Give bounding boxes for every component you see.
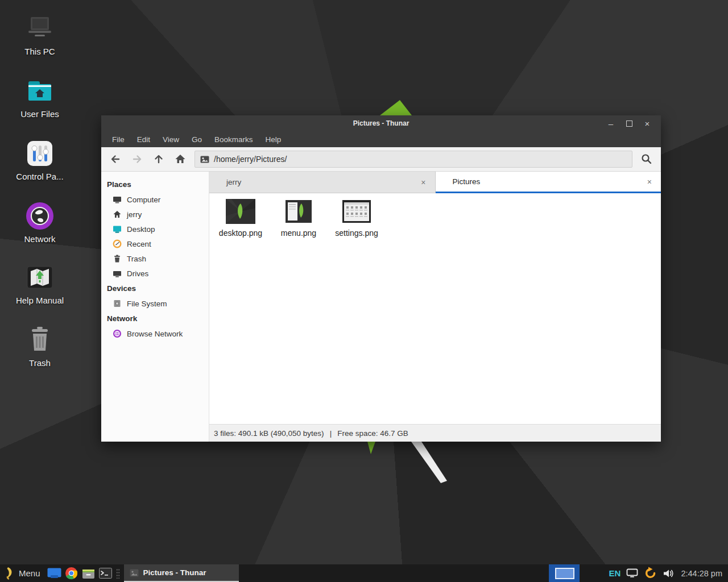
sidebar-item-label: Browse Network: [127, 330, 183, 338]
sidebar-item-label: File System: [127, 300, 167, 308]
file-name: desktop.png: [219, 228, 262, 238]
sidebar-item-browse-network[interactable]: Browse Network: [101, 326, 209, 341]
applications-menu-button[interactable]: Menu: [0, 564, 46, 582]
desktop-icon-user-files[interactable]: User Files: [6, 76, 74, 119]
file-item-settings-png[interactable]: settings.png: [331, 198, 382, 238]
sidebar-section-places: Places: [101, 177, 209, 192]
menu-view[interactable]: View: [156, 135, 185, 144]
update-notifier-icon[interactable]: [644, 567, 657, 580]
home-icon: [174, 153, 187, 165]
minimize-button[interactable]: –: [602, 115, 620, 131]
volume-icon[interactable]: [663, 568, 674, 579]
close-button[interactable]: ×: [638, 115, 656, 131]
sidebar-item-label: Trash: [127, 255, 146, 263]
tab-bar: jerry × Pictures ×: [209, 172, 661, 193]
show-desktop-launcher[interactable]: [46, 564, 63, 582]
desktop-icon-this-pc[interactable]: This PC: [6, 14, 74, 56]
thunar-window: Pictures - Thunar – × File Edit View Go …: [101, 115, 661, 442]
file-manager-launcher[interactable]: [80, 564, 97, 582]
path-bar[interactable]: /home/jerry/Pictures/: [195, 151, 632, 168]
file-name: menu.png: [281, 228, 316, 238]
display-settings-icon[interactable]: [626, 568, 638, 578]
menu-file[interactable]: File: [106, 135, 131, 144]
sidebar-item-recent[interactable]: Recent: [101, 236, 209, 251]
desktop-icon-label: Help Manual: [6, 296, 74, 305]
recent-clock-icon: [113, 239, 122, 248]
tab-close-button[interactable]: ×: [638, 177, 661, 186]
terminal-icon: [99, 568, 112, 579]
menubar: File Edit View Go Bookmarks Help: [101, 131, 661, 147]
sidebar-item-label: jerry: [127, 210, 142, 219]
tab-pictures[interactable]: Pictures ×: [436, 172, 661, 193]
taskbar-window-button[interactable]: Pictures - Thunar: [124, 564, 239, 582]
sidebar: Places Computer jerry Desktop: [101, 172, 209, 442]
desktop-icon-label: Trash: [6, 358, 74, 368]
forward-button[interactable]: [126, 149, 148, 169]
distro-logo-icon: [5, 567, 14, 580]
taskbar-window-title: Pictures - Thunar: [143, 568, 206, 577]
minimize-icon: –: [609, 119, 613, 128]
desktop-icon-network[interactable]: Network: [6, 201, 74, 244]
pc-icon: [6, 14, 74, 43]
file-list: desktop.png menu.png: [209, 193, 661, 424]
trash-icon: [113, 254, 122, 263]
panel-grip-handle[interactable]: [116, 568, 120, 579]
desktop-icon-label: User Files: [6, 109, 74, 119]
menu-go[interactable]: Go: [185, 135, 208, 144]
sidebar-item-desktop[interactable]: Desktop: [101, 222, 209, 236]
sidebar-item-label: Recent: [127, 240, 151, 248]
tab-label: jerry: [209, 178, 241, 186]
chrome-launcher[interactable]: [63, 564, 80, 582]
taskbar-clock[interactable]: 2:44:28 pm: [680, 569, 722, 578]
maximize-button[interactable]: [620, 115, 638, 131]
chrome-icon: [65, 567, 78, 580]
search-button[interactable]: [636, 149, 657, 169]
sidebar-item-jerry[interactable]: jerry: [101, 207, 209, 222]
sidebar-item-label: Drives: [127, 269, 148, 278]
home-button[interactable]: [169, 149, 191, 169]
tab-close-button[interactable]: ×: [412, 178, 435, 187]
up-button[interactable]: [148, 149, 169, 169]
desktop-icon-label: Control Pa...: [6, 172, 74, 181]
workspace-switcher[interactable]: [549, 564, 580, 582]
menu-bookmarks[interactable]: Bookmarks: [208, 135, 259, 144]
toolbar: /home/jerry/Pictures/: [101, 147, 661, 172]
desktop-icon-control-panel[interactable]: Control Pa...: [6, 139, 74, 181]
status-files-summary: 3 files: 490.1 kB (490,050 bytes): [214, 429, 324, 438]
file-item-menu-png[interactable]: menu.png: [273, 198, 324, 238]
sidebar-item-label: Desktop: [127, 225, 155, 234]
window-image-icon: [130, 569, 139, 577]
maximize-icon: [626, 120, 632, 127]
desktop-icon-label: Network: [6, 234, 74, 244]
path-text: /home/jerry/Pictures/: [214, 155, 287, 164]
active-workspace-window: [555, 568, 574, 579]
tab-jerry[interactable]: jerry ×: [209, 172, 436, 193]
terminal-launcher[interactable]: [97, 564, 114, 582]
sidebar-item-computer[interactable]: Computer: [101, 192, 209, 207]
window-title: Pictures - Thunar: [101, 119, 661, 127]
arrow-up-icon: [152, 153, 165, 165]
status-free-space: Free space: 46.7 GB: [337, 429, 408, 438]
desktop-icon-trash[interactable]: Trash: [6, 325, 74, 368]
image-thumbnail: [342, 198, 371, 225]
sidebar-item-file-system[interactable]: File System: [101, 296, 209, 311]
desktop-icon-help-manual[interactable]: Help Manual: [6, 263, 74, 305]
sidebar-item-drives[interactable]: Drives: [101, 266, 209, 281]
system-tray: EN 2:44:28 pm: [580, 567, 728, 580]
sidebar-item-trash[interactable]: Trash: [101, 251, 209, 266]
file-cabinet-icon: [82, 568, 95, 579]
keyboard-layout-indicator[interactable]: EN: [609, 568, 621, 578]
arrow-left-icon: [109, 153, 122, 165]
help-manual-icon: [6, 263, 74, 292]
desktop-icon-label: This PC: [6, 47, 74, 56]
browse-network-icon: [113, 329, 122, 338]
back-button[interactable]: [105, 149, 126, 169]
window-titlebar[interactable]: Pictures - Thunar – ×: [101, 115, 661, 131]
image-thumbnail: [226, 198, 255, 225]
menu-button-label: Menu: [19, 568, 40, 578]
status-bar: 3 files: 490.1 kB (490,050 bytes) | Free…: [209, 424, 661, 442]
file-item-desktop-png[interactable]: desktop.png: [215, 198, 266, 238]
menu-help[interactable]: Help: [259, 135, 288, 144]
menu-edit[interactable]: Edit: [131, 135, 156, 144]
close-icon: ×: [645, 119, 650, 128]
